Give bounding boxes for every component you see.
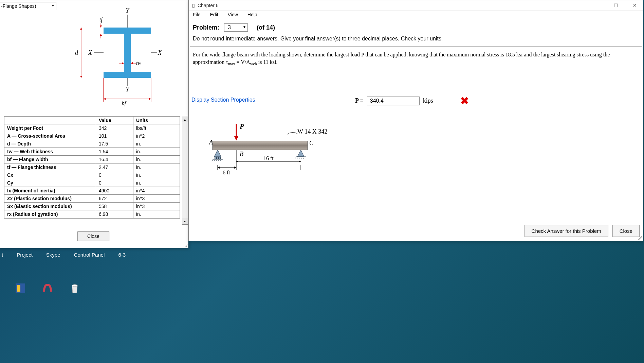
svg-line-34: [214, 159, 215, 161]
svg-text:6 ft: 6 ft: [223, 170, 230, 175]
desktop-label[interactable]: t: [2, 252, 3, 258]
svg-text:P: P: [239, 123, 244, 130]
table-row: A — Cross-sectional Area101in^2: [4, 132, 180, 140]
answer-label: P =: [355, 97, 364, 104]
table-row: Zx (Plastic section modulus)672in^3: [4, 195, 180, 203]
svg-text:16 ft: 16 ft: [263, 155, 274, 161]
svg-line-35: [216, 159, 217, 161]
desktop-label[interactable]: Skype: [46, 252, 60, 258]
svg-text:X: X: [88, 49, 92, 56]
svg-text:C: C: [309, 140, 314, 146]
svg-marker-25: [234, 136, 238, 140]
incorrect-icon: ✖: [460, 95, 469, 107]
svg-text:Y: Y: [126, 7, 130, 14]
prop-value: 558: [96, 203, 133, 210]
svg-rect-56: [17, 285, 20, 292]
prop-value: 0: [96, 171, 133, 179]
close-button[interactable]: Close: [612, 225, 640, 237]
close-button[interactable]: Close: [77, 231, 109, 241]
svg-text:B: B: [240, 151, 243, 157]
svg-line-37: [220, 159, 221, 161]
answer-input[interactable]: [367, 97, 420, 105]
table-row: Ix (Moment of inertia)4900in^4: [4, 187, 180, 195]
minimize-icon[interactable]: —: [591, 2, 603, 9]
svg-line-42: [299, 157, 300, 159]
display-section-properties-link[interactable]: Display Section Properties: [191, 97, 255, 103]
table-row: Sx (Elastic section modulus)558in^3: [4, 203, 180, 210]
svg-text:tw: tw: [136, 60, 141, 66]
prop-label: Ix (Moment of inertia): [4, 187, 96, 195]
menu-view[interactable]: View: [228, 12, 238, 17]
app-icon: ▯: [192, 3, 195, 8]
close-icon[interactable]: ✕: [629, 2, 641, 9]
check-answer-button[interactable]: Check Answer for this Problem: [525, 225, 608, 237]
prop-value: 342: [96, 124, 133, 132]
prop-units: lbs/ft: [133, 124, 180, 132]
table-scrollbar[interactable]: ▴ ▾: [182, 116, 188, 225]
scroll-down-icon[interactable]: ▾: [182, 218, 188, 224]
prop-label: bf — Flange width: [4, 156, 96, 163]
menu-edit[interactable]: Edit: [210, 12, 218, 17]
recycle-bin-icon[interactable]: [68, 281, 81, 295]
svg-text:Y: Y: [126, 86, 130, 93]
menu-bar: File Edit View Help: [189, 11, 643, 19]
svg-line-33: [212, 159, 213, 161]
prop-value: 16.4: [96, 156, 133, 163]
prop-label: tf — Flange thickness: [4, 163, 96, 171]
svg-marker-28: [214, 150, 221, 157]
svg-line-40: [295, 157, 296, 159]
prop-label: A — Cross-sectional Area: [4, 132, 96, 140]
col-value: Value: [96, 117, 133, 124]
prop-units: in^2: [133, 132, 180, 140]
svg-text:d: d: [75, 49, 78, 56]
prop-units: in^3: [133, 203, 180, 210]
window-title: Chapter 6: [198, 3, 218, 8]
instructions-text: Do not round intermediate answers. Give …: [189, 33, 643, 45]
svg-text:X: X: [158, 49, 162, 56]
prop-value: 2.47: [96, 163, 133, 171]
svg-rect-2: [124, 34, 131, 72]
svg-text:tf: tf: [99, 17, 103, 23]
svg-line-44: [303, 157, 305, 159]
resize-grip-icon[interactable]: [183, 242, 187, 247]
maximize-icon[interactable]: ☐: [610, 2, 622, 9]
app-icon[interactable]: [41, 281, 54, 295]
table-row: d — Depth17.5in.: [4, 140, 180, 148]
resize-grip-icon[interactable]: [637, 235, 642, 240]
shape-select[interactable]: -Flange Shapes): [0, 2, 56, 10]
prop-label: rx (Radius of gyration): [4, 210, 96, 218]
svg-rect-1: [104, 72, 151, 78]
svg-rect-0: [104, 28, 151, 34]
menu-help[interactable]: Help: [247, 12, 257, 17]
table-row: tf — Flange thickness2.47in.: [4, 163, 180, 171]
problem-select[interactable]: 3: [224, 23, 248, 32]
table-row: bf — Flange width16.4in.: [4, 156, 180, 163]
app-icon[interactable]: [14, 281, 27, 295]
section-properties-window: -Flange Shapes) Y Y X X d: [0, 0, 188, 248]
col-units: Units: [133, 117, 180, 124]
prop-units: in.: [133, 171, 180, 179]
scroll-up-icon[interactable]: ▴: [182, 116, 188, 122]
prop-value: 0: [96, 179, 133, 187]
svg-line-43: [301, 157, 302, 159]
answer-units: kips: [423, 97, 433, 104]
svg-rect-23: [213, 141, 308, 150]
desktop-label[interactable]: 6-3: [118, 252, 126, 258]
prop-units: in.: [133, 148, 180, 156]
desktop-label[interactable]: Control Panel: [74, 252, 105, 258]
svg-marker-38: [297, 150, 304, 157]
prop-label: Zx (Plastic section modulus): [4, 195, 96, 203]
svg-point-57: [72, 284, 77, 287]
menu-file[interactable]: File: [193, 12, 201, 17]
svg-text:A: A: [209, 139, 213, 146]
prop-units: in.: [133, 163, 180, 171]
prop-label: Sx (Elastic section modulus): [4, 203, 96, 210]
svg-line-41: [297, 157, 298, 159]
prop-units: in.: [133, 156, 180, 163]
desktop-shortcuts: t Project Skype Control Panel 6-3: [0, 252, 126, 258]
table-row: Weight per Foot342lbs/ft: [4, 124, 180, 132]
desktop-label[interactable]: Project: [17, 252, 33, 258]
properties-table: Value Units Weight per Foot342lbs/ftA — …: [4, 116, 180, 219]
prop-units: in^4: [133, 187, 180, 195]
prop-value: 4900: [96, 187, 133, 195]
